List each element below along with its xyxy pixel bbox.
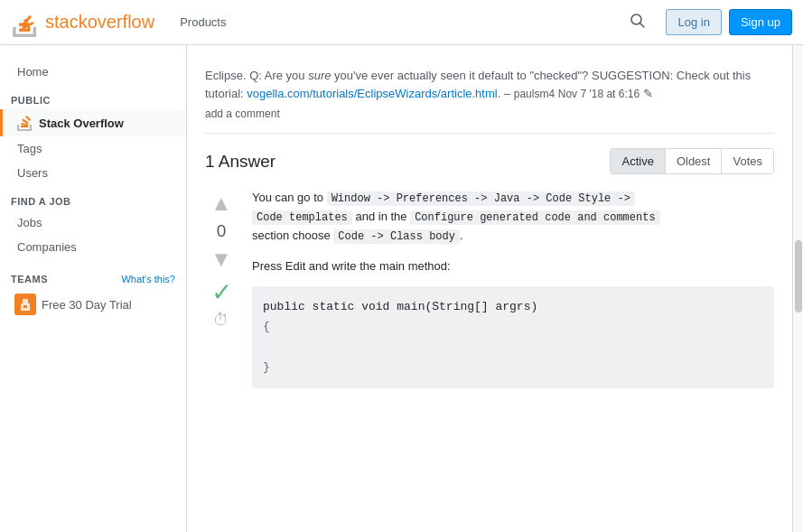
sidebar-public-label: PUBLIC — [0, 91, 186, 109]
teams-section: TEAMS What's this? Free 30 Day Trial — [0, 274, 186, 321]
answer-sort-tabs: Active Oldest Votes — [610, 148, 774, 174]
trial-item[interactable]: Free 30 Day Trial — [11, 288, 175, 321]
sidebar-item-companies[interactable]: Companies — [0, 235, 186, 259]
svg-rect-3 — [23, 299, 28, 303]
sidebar-item-tags[interactable]: Tags — [0, 136, 186, 161]
code-class-body: Code -> Class body — [333, 229, 460, 244]
scrollbar-track — [792, 45, 803, 532]
sidebar-item-users[interactable]: Users — [0, 161, 186, 185]
logo-link[interactable]: stackoverflow — [11, 8, 154, 37]
signup-button[interactable]: Sign up — [729, 9, 792, 35]
building-icon — [19, 298, 32, 311]
answer-body: ▲ 0 ▼ ✓ ⏱ You can go to Window -> Prefer… — [205, 189, 774, 388]
comment-text: Eclipse. Q: Are you sure you've ever act… — [205, 67, 774, 102]
search-button[interactable] — [624, 7, 651, 37]
users-label: Users — [17, 166, 48, 180]
code-window-prefs: Window -> Preferences -> Java -> Code St… — [327, 191, 635, 206]
tags-label: Tags — [17, 142, 42, 155]
stackoverflow-nav-icon — [17, 115, 33, 131]
answer-paragraph-2: Press Edit and write the main method: — [252, 257, 774, 276]
header: stackoverflow Products Log in Sign up — [0, 0, 803, 45]
svg-rect-5 — [25, 305, 27, 308]
sidebar-item-home[interactable]: Home — [0, 60, 186, 84]
logo-text: stackoverflow — [45, 12, 154, 33]
stackoverflow-logo-icon — [11, 8, 40, 37]
sort-votes-tab[interactable]: Votes — [722, 149, 773, 173]
comment-date: Nov 7 '18 at 6:16 — [558, 88, 640, 100]
code-line-1: public static void main(String[] argrs) — [263, 300, 537, 313]
code-line-4: } — [263, 360, 270, 374]
upvote-button[interactable]: ▲ — [207, 189, 236, 218]
main-content: Eclipse. Q: Are you sure you've ever act… — [187, 45, 792, 532]
sort-oldest-tab[interactable]: Oldest — [666, 149, 723, 173]
companies-label: Companies — [17, 240, 77, 254]
history-icon[interactable]: ⏱ — [213, 311, 229, 330]
header-nav: Products — [169, 10, 237, 34]
vote-count: 0 — [217, 221, 227, 241]
answer-count: 1 Answer — [205, 152, 275, 172]
trial-icon — [14, 294, 36, 315]
comment-author: paulsm4 — [514, 88, 555, 100]
whats-this-link[interactable]: What's this? — [121, 274, 175, 285]
header-auth: Log in Sign up — [666, 9, 792, 35]
accepted-icon: ✓ — [211, 277, 232, 307]
answer-paragraph-1: You can go to Window -> Preferences -> J… — [252, 189, 774, 247]
sidebar-item-stackoverflow[interactable]: Stack Overflow — [0, 109, 186, 136]
sidebar-find-job-label: FIND A JOB — [0, 192, 186, 210]
svg-rect-4 — [23, 305, 25, 308]
sidebar-stackoverflow-label: Stack Overflow — [39, 117, 124, 130]
login-button[interactable]: Log in — [666, 9, 721, 35]
downvote-button[interactable]: ▼ — [207, 245, 236, 274]
code-block: public static void main(String[] argrs) … — [252, 286, 774, 387]
vote-column: ▲ 0 ▼ ✓ ⏱ — [205, 189, 238, 388]
home-label: Home — [17, 65, 49, 79]
svg-line-1 — [640, 23, 645, 28]
sidebar-item-jobs[interactable]: Jobs — [0, 210, 186, 235]
sidebar: Home PUBLIC Stack Overflow Tags Users FI… — [0, 45, 187, 532]
search-icon — [630, 13, 646, 29]
comment-block: Eclipse. Q: Are you sure you've ever act… — [205, 60, 774, 134]
comment-link[interactable]: vogella.com/tutorials/EclipseWizards/art… — [247, 87, 497, 100]
page-layout: Home PUBLIC Stack Overflow Tags Users FI… — [0, 45, 803, 532]
code-line-2: { — [263, 320, 270, 333]
sort-active-tab[interactable]: Active — [611, 149, 665, 173]
teams-header: TEAMS What's this? — [11, 274, 175, 285]
add-comment-link[interactable]: add a comment — [205, 102, 774, 126]
code-configure: Configure generated code and comments — [410, 210, 659, 225]
trial-label: Free 30 Day Trial — [42, 298, 132, 312]
teams-label: TEAMS — [11, 274, 48, 285]
answers-header: 1 Answer Active Oldest Votes — [205, 148, 774, 174]
answer-content: You can go to Window -> Preferences -> J… — [252, 189, 774, 388]
scrollbar-thumb[interactable] — [795, 240, 802, 313]
products-nav-button[interactable]: Products — [169, 10, 237, 34]
edit-icon[interactable]: ✎ — [643, 87, 653, 100]
jobs-label: Jobs — [17, 216, 42, 229]
code-templates: Code templates — [252, 210, 352, 225]
